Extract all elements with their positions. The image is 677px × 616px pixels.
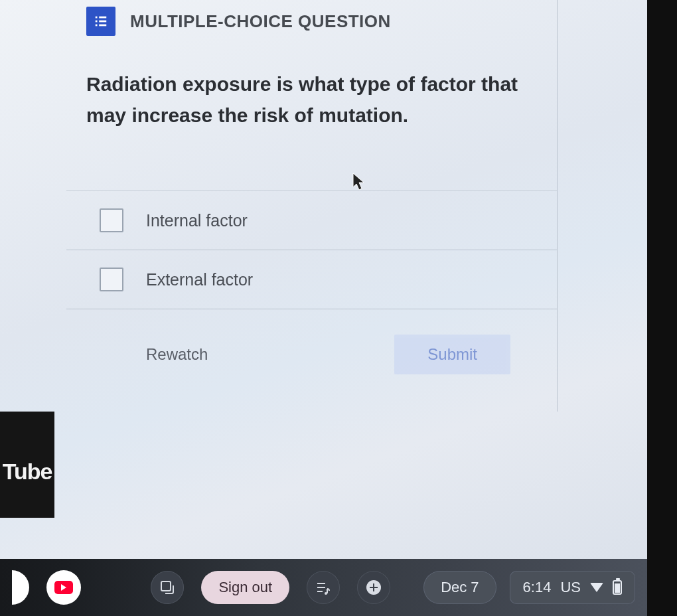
mouse-cursor-icon — [352, 173, 366, 191]
locale-label: US — [560, 579, 581, 596]
card-header-label: MULTIPLE-CHOICE QUESTION — [130, 11, 391, 32]
svg-point-10 — [325, 592, 327, 595]
date-pill[interactable]: Dec 7 — [423, 571, 496, 604]
question-text: Radiation exposure is what type of facto… — [66, 56, 557, 131]
youtube-sidebar-widget: Tube — [0, 412, 54, 518]
svg-rect-1 — [99, 17, 106, 19]
clock-label: 6:14 — [523, 579, 552, 596]
battery-icon — [613, 580, 622, 595]
submit-button[interactable]: Submit — [394, 335, 510, 374]
playlist-icon — [315, 579, 331, 595]
svg-rect-2 — [96, 21, 98, 23]
card-header: MULTIPLE-CHOICE QUESTION — [66, 0, 557, 56]
options-list: Internal factor External factor — [66, 191, 557, 309]
option-label: External factor — [146, 270, 253, 289]
youtube-play-icon — [54, 581, 73, 594]
plus-circle-icon — [366, 580, 381, 595]
option-checkbox[interactable] — [100, 208, 123, 232]
svg-rect-5 — [99, 25, 106, 27]
svg-rect-6 — [161, 581, 171, 591]
list-icon — [86, 7, 115, 36]
youtube-app-icon[interactable] — [46, 570, 81, 605]
add-button[interactable] — [357, 571, 390, 604]
status-tray[interactable]: 6:14 US — [510, 571, 635, 604]
sign-out-button[interactable]: Sign out — [201, 571, 289, 604]
screen-viewport: MULTIPLE-CHOICE QUESTION Radiation expos… — [0, 0, 647, 616]
option-checkbox[interactable] — [100, 268, 123, 291]
svg-rect-4 — [96, 25, 98, 27]
unknown-app-icon[interactable] — [12, 570, 29, 605]
windows-overview-icon — [159, 579, 175, 595]
option-external-factor[interactable]: External factor — [66, 250, 557, 309]
question-card: MULTIPLE-CHOICE QUESTION Radiation expos… — [66, 0, 558, 412]
overview-button[interactable] — [151, 571, 184, 604]
card-actions: Rewatch Submit — [66, 309, 557, 374]
playlist-button[interactable] — [307, 571, 340, 604]
device-bezel — [647, 0, 677, 616]
option-label: Internal factor — [146, 211, 248, 230]
svg-rect-0 — [96, 17, 98, 19]
rewatch-button[interactable]: Rewatch — [146, 345, 208, 364]
option-internal-factor[interactable]: Internal factor — [66, 191, 557, 250]
taskbar: Sign out Dec 7 6:14 US — [0, 559, 647, 616]
wifi-icon — [590, 583, 603, 592]
youtube-logo-text-fragment: Tube — [3, 459, 52, 485]
svg-rect-3 — [99, 21, 106, 23]
